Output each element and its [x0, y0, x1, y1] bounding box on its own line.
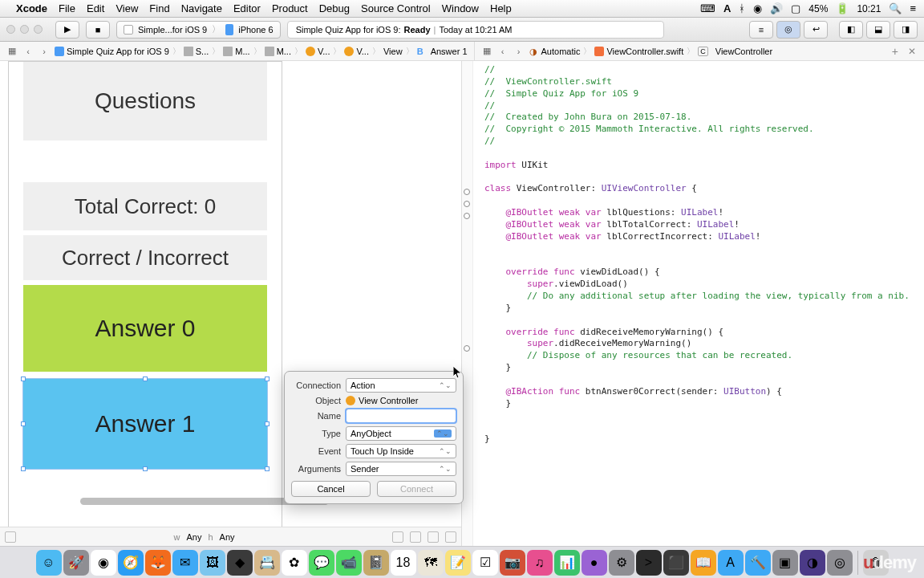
dock-app-launchpad[interactable]: 🚀 — [63, 550, 89, 576]
left-panel-toggle[interactable]: ◧ — [839, 21, 863, 39]
menu-help[interactable]: Help — [490, 2, 512, 14]
menubar-clock[interactable]: 10:21 — [857, 3, 881, 14]
nav-back-button[interactable]: ‹ — [21, 47, 35, 56]
cancel-button[interactable]: Cancel — [291, 481, 371, 497]
dock-app-misc1[interactable]: ▣ — [772, 550, 798, 576]
dock-app-systemprefs[interactable]: ⚙ — [609, 550, 634, 576]
path-project[interactable]: Simple Quiz App for iOS 9 — [53, 47, 171, 56]
dock-app-notes[interactable]: 📝 — [445, 550, 471, 576]
assistant-class[interactable]: C ViewController — [696, 47, 774, 56]
right-panel-toggle[interactable]: ◨ — [894, 21, 918, 39]
assistant-forward-button[interactable]: › — [512, 47, 526, 56]
traffic-lights[interactable] — [6, 25, 43, 34]
run-button[interactable]: ▶ — [55, 21, 79, 39]
dock-app-contacts[interactable]: 📇 — [254, 550, 280, 576]
nav-forward-button[interactable]: › — [37, 47, 51, 56]
notifications-icon[interactable]: ≡ — [910, 2, 916, 14]
path-vc[interactable]: V... — [304, 47, 332, 56]
dock-app-preview[interactable]: 🖼 — [200, 550, 225, 576]
dock-app-messages[interactable]: 💬 — [309, 550, 334, 576]
name-input[interactable] — [346, 409, 456, 423]
dock-app-terminal[interactable]: > — [636, 550, 662, 576]
menu-source-control[interactable]: Source Control — [361, 2, 431, 14]
stop-button[interactable]: ■ — [86, 21, 110, 39]
dock-app-eclipse[interactable]: ◑ — [800, 550, 825, 576]
dock-app-unity[interactable]: ◆ — [227, 550, 253, 576]
assistant-file[interactable]: ViewController.swift — [593, 47, 685, 56]
doc-outline-toggle[interactable] — [5, 531, 16, 543]
selection-handle[interactable] — [265, 421, 270, 426]
selection-handle[interactable] — [21, 466, 26, 471]
dock-app-safari[interactable]: 🧭 — [118, 550, 144, 576]
dock-app-jetbrains[interactable]: ⬛ — [663, 550, 689, 576]
adobe-icon[interactable]: A — [723, 2, 731, 14]
battery-icon[interactable]: 🔋 — [836, 2, 849, 14]
dock-app-maps[interactable]: 🗺 — [418, 550, 444, 576]
button-answer-1[interactable]: Answer 1 — [23, 379, 267, 469]
align-button[interactable] — [392, 531, 403, 543]
dock-app-finder[interactable]: ☺ — [36, 550, 62, 576]
assistant-mode[interactable]: ◑Automatic — [528, 47, 582, 56]
airplay-icon[interactable]: ▢ — [791, 2, 800, 14]
dock-app-photos[interactable]: ✿ — [282, 550, 307, 576]
dock-app-itunes[interactable]: ♫ — [527, 550, 553, 576]
menu-find[interactable]: Find — [149, 2, 169, 14]
connection-select[interactable]: Action⌃⌄ — [346, 378, 456, 393]
selection-handle[interactable] — [143, 377, 148, 381]
dock-app-maybe[interactable]: 📓 — [363, 550, 389, 576]
bottom-panel-toggle[interactable]: ⬓ — [866, 21, 890, 39]
menu-editor[interactable]: Editor — [233, 2, 261, 14]
selection-handle[interactable] — [21, 421, 26, 426]
assistant-related-icon[interactable]: ▦ — [480, 46, 494, 56]
assistant-editor-button[interactable]: ◎ — [776, 21, 800, 39]
scheme-selector[interactable]: Simple...for iOS 9 〉 iPhone 6 — [116, 21, 281, 39]
button-answer-0[interactable]: Answer 0 — [23, 285, 267, 372]
dock-app-chrome[interactable]: ◉ — [91, 550, 116, 576]
dock-app-facetime[interactable]: 📹 — [336, 550, 362, 576]
assistant-add-button[interactable]: + — [887, 45, 903, 58]
connect-button[interactable]: Connect — [377, 481, 456, 497]
dock-app-numbers[interactable]: 📊 — [554, 550, 580, 576]
dock-app-xcode[interactable]: 🔨 — [745, 550, 771, 576]
type-select[interactable]: AnyObject⌃⌄ — [346, 426, 456, 441]
resize-button[interactable] — [445, 531, 456, 543]
menu-view[interactable]: View — [116, 2, 138, 14]
related-items-icon[interactable]: ▦ — [5, 46, 19, 56]
path-scene[interactable]: M... — [263, 47, 293, 56]
assistant-close-button[interactable]: ✕ — [905, 46, 919, 57]
dock-app-ibooks[interactable]: 📖 — [691, 550, 716, 576]
label-total-correct[interactable]: Total Correct: 0 — [23, 182, 267, 230]
minimize-window-dot[interactable] — [20, 25, 29, 34]
dock-app-calendar[interactable]: 18 — [391, 550, 416, 576]
source-code[interactable]: //// ViewController.swift// Simple Quiz … — [462, 61, 924, 452]
size-class-w-value[interactable]: Any — [186, 532, 201, 542]
event-select[interactable]: Touch Up Inside⌃⌄ — [346, 444, 456, 458]
menu-navigate[interactable]: Navigate — [181, 2, 222, 14]
arguments-select[interactable]: Sender⌃⌄ — [346, 462, 456, 476]
dock-app-appstore[interactable]: A — [718, 550, 744, 576]
dock-app-reminders[interactable]: ☑ — [472, 550, 498, 576]
standard-editor-button[interactable]: ≡ — [749, 21, 773, 39]
selection-handle[interactable] — [143, 466, 148, 471]
wifi-icon[interactable]: ◉ — [753, 2, 762, 14]
version-editor-button[interactable]: ↩ — [804, 21, 828, 39]
keyboard-icon[interactable]: ⌨ — [700, 2, 715, 14]
zoom-window-dot[interactable] — [34, 25, 43, 34]
path-storyboard[interactable]: M... — [221, 47, 251, 56]
path-vc2[interactable]: V... — [342, 47, 371, 56]
path-folder[interactable]: S... — [182, 47, 211, 56]
selection-handle[interactable] — [265, 466, 270, 471]
dock-app-misc2[interactable]: ◎ — [827, 550, 853, 576]
label-correct-incorrect[interactable]: Correct / Incorrect — [23, 235, 267, 280]
battery-percent[interactable]: 45% — [808, 3, 828, 14]
dock-app-game[interactable]: ● — [582, 550, 607, 576]
volume-icon[interactable]: 🔊 — [770, 2, 783, 14]
bluetooth-icon[interactable]: ᚼ — [739, 2, 745, 14]
close-window-dot[interactable] — [6, 25, 15, 34]
path-selected-element[interactable]: B Answer 1 — [415, 47, 469, 56]
selection-handle[interactable] — [265, 377, 270, 381]
spotlight-icon[interactable]: 🔍 — [889, 2, 902, 14]
dock-app-photobooth[interactable]: 📷 — [500, 550, 525, 576]
app-menu-xcode[interactable]: Xcode — [16, 2, 47, 14]
selection-handle[interactable] — [21, 377, 26, 381]
